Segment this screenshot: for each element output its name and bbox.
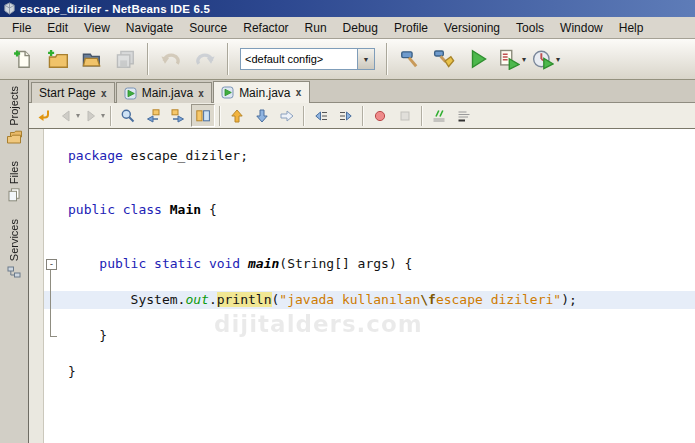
tab-start-page-1[interactable]: Start Pagex bbox=[31, 82, 115, 103]
close-icon[interactable]: x bbox=[198, 88, 204, 99]
menu-item-file[interactable]: File bbox=[4, 19, 39, 37]
tab-label: Start Page bbox=[39, 86, 96, 100]
comment-icon bbox=[431, 108, 447, 124]
netbeans-window: escape_diziler - NetBeans IDE 6.5 FileEd… bbox=[0, 0, 695, 443]
java-main-class-icon bbox=[124, 87, 137, 100]
run-icon bbox=[467, 48, 489, 70]
tab-main-java-2[interactable]: Main.javax bbox=[116, 82, 212, 103]
find-next-button[interactable] bbox=[166, 104, 190, 127]
sidebar-item-services[interactable]: Services bbox=[6, 219, 22, 280]
shift-line-right-button[interactable] bbox=[334, 104, 358, 127]
find-button[interactable] bbox=[116, 104, 140, 127]
sidebar-item-label: Projects bbox=[8, 86, 20, 126]
open-project-button[interactable] bbox=[74, 43, 108, 75]
new-project-icon bbox=[46, 48, 68, 70]
tab-label: Main.java bbox=[239, 86, 290, 100]
editor-area[interactable]: package escape_diziler;public class Main… bbox=[44, 129, 695, 443]
code-line: public static void main(String[] args) { bbox=[44, 255, 695, 273]
code-line bbox=[44, 183, 695, 201]
editor-gutter bbox=[29, 129, 44, 443]
close-icon[interactable]: x bbox=[101, 88, 107, 99]
next-bookmark-icon bbox=[254, 108, 270, 124]
shift-right-icon bbox=[338, 108, 354, 124]
sidebar-item-label: Services bbox=[8, 219, 20, 261]
main-toolbar: <default config>▼▾▾ bbox=[0, 39, 695, 80]
find-next-icon bbox=[170, 108, 186, 124]
menu-item-edit[interactable]: Edit bbox=[39, 19, 76, 37]
uncomment-button[interactable] bbox=[452, 104, 476, 127]
stop-macro-icon bbox=[397, 108, 413, 124]
toggle-bookmark-button[interactable] bbox=[275, 104, 299, 127]
config-select[interactable]: <default config>▼ bbox=[240, 48, 375, 70]
sidebar-item-projects[interactable]: Projects bbox=[6, 86, 22, 145]
new-project-button[interactable] bbox=[40, 43, 74, 75]
profile-project-button[interactable]: ▾ bbox=[529, 43, 563, 75]
menu-item-view[interactable]: View bbox=[76, 19, 118, 37]
clean-build-icon bbox=[433, 48, 455, 70]
next-bookmark-button[interactable] bbox=[250, 104, 274, 127]
toolbar-separator bbox=[421, 106, 423, 126]
code-line bbox=[44, 165, 695, 183]
projects-icon bbox=[6, 129, 22, 145]
toolbar-separator bbox=[362, 106, 364, 126]
document-tab-row: Start PagexMain.javaxMain.javax bbox=[29, 80, 695, 103]
menu-item-tools[interactable]: Tools bbox=[508, 19, 552, 37]
chevron-down-icon[interactable]: ▾ bbox=[556, 55, 560, 64]
toolbar-separator bbox=[303, 106, 305, 126]
find-previous-button[interactable] bbox=[141, 104, 165, 127]
run-project-button[interactable] bbox=[461, 43, 495, 75]
code-line bbox=[44, 237, 695, 255]
files-icon bbox=[6, 187, 22, 203]
code-line bbox=[44, 273, 695, 291]
debug-icon bbox=[498, 48, 520, 70]
new-file-icon bbox=[12, 48, 34, 70]
menu-item-help[interactable]: Help bbox=[611, 19, 652, 37]
close-icon[interactable]: x bbox=[295, 87, 301, 98]
build-project-button[interactable] bbox=[393, 43, 427, 75]
redo-button[interactable] bbox=[188, 43, 222, 75]
menu-item-refactor[interactable]: Refactor bbox=[235, 19, 296, 37]
previous-bookmark-button[interactable] bbox=[225, 104, 249, 127]
config-select-value: <default config> bbox=[241, 53, 357, 65]
comment-button[interactable] bbox=[427, 104, 451, 127]
chevron-down-icon[interactable]: ▾ bbox=[101, 111, 105, 120]
chevron-down-icon[interactable]: ▾ bbox=[522, 55, 526, 64]
undo-icon bbox=[160, 48, 182, 70]
sidebar-item-files[interactable]: Files bbox=[6, 161, 22, 203]
code-lines: package escape_diziler;public class Main… bbox=[44, 129, 695, 443]
back-button[interactable]: ▾ bbox=[57, 104, 81, 127]
sidebar-item-label: Files bbox=[8, 161, 20, 184]
find-icon bbox=[120, 108, 136, 124]
fold-collapse-icon[interactable]: - bbox=[46, 259, 57, 270]
jump-last-edit-button[interactable] bbox=[32, 104, 56, 127]
toolbar-separator bbox=[227, 43, 229, 75]
tab-main-java-3[interactable]: Main.javax bbox=[213, 81, 309, 103]
undo-button[interactable] bbox=[154, 43, 188, 75]
chevron-down-icon[interactable]: ▼ bbox=[357, 49, 374, 69]
forward-button[interactable]: ▾ bbox=[82, 104, 106, 127]
title-bar: escape_diziler - NetBeans IDE 6.5 bbox=[0, 0, 695, 17]
clean-build-project-button[interactable] bbox=[427, 43, 461, 75]
menu-bar: FileEditViewNavigateSourceRefactorRunDeb… bbox=[0, 17, 695, 39]
toggle-highlight-icon bbox=[195, 108, 211, 124]
code-line: package escape_diziler; bbox=[44, 147, 695, 165]
menu-item-run[interactable]: Run bbox=[297, 19, 335, 37]
debug-project-button[interactable]: ▾ bbox=[495, 43, 529, 75]
menu-item-profile[interactable]: Profile bbox=[386, 19, 436, 37]
chevron-down-icon[interactable]: ▾ bbox=[76, 111, 80, 120]
menu-item-window[interactable]: Window bbox=[552, 19, 611, 37]
start-macro-recording-button[interactable] bbox=[368, 104, 392, 127]
menu-item-debug[interactable]: Debug bbox=[335, 19, 386, 37]
window-title: escape_diziler - NetBeans IDE 6.5 bbox=[20, 3, 210, 15]
menu-item-navigate[interactable]: Navigate bbox=[118, 19, 181, 37]
shift-line-left-button[interactable] bbox=[309, 104, 333, 127]
find-previous-icon bbox=[145, 108, 161, 124]
stop-macro-recording-button[interactable] bbox=[393, 104, 417, 127]
menu-item-source[interactable]: Source bbox=[181, 19, 235, 37]
open-project-icon bbox=[80, 48, 102, 70]
forward-icon bbox=[83, 108, 99, 124]
new-file-button[interactable] bbox=[6, 43, 40, 75]
save-all-button[interactable] bbox=[108, 43, 142, 75]
menu-item-versioning[interactable]: Versioning bbox=[436, 19, 508, 37]
toggle-highlight-button[interactable] bbox=[191, 104, 215, 127]
